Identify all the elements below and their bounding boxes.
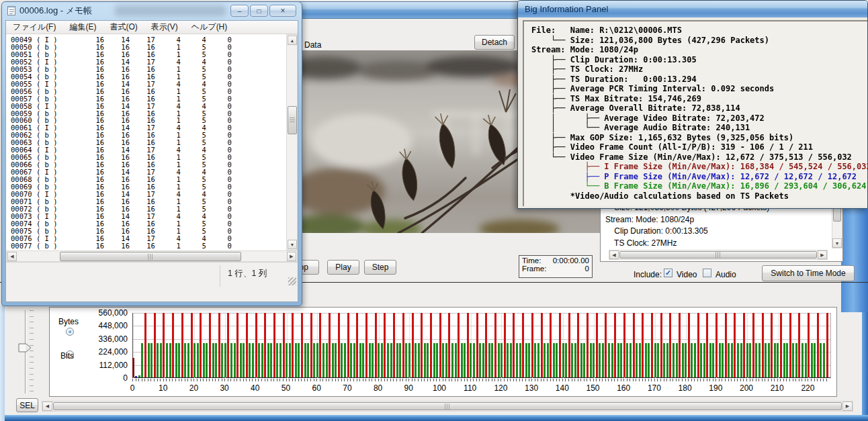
graph-zoom-slider[interactable] [12,308,39,396]
frame-bar-I [301,313,303,377]
frame-bar-B [415,343,417,377]
frame-bar-B [565,343,567,377]
frame-bar-I [715,313,718,377]
graph-hscroll-right[interactable]: ▶ [842,402,853,411]
menu-item-1[interactable]: 編集(E) [62,20,103,34]
y-tick-label: 0 [83,373,128,383]
detach-button[interactable]: Detach [474,35,515,50]
mini-hscroll-thumb[interactable] [619,251,817,259]
frame-bar-B [203,343,205,377]
frame-bar-P [135,376,137,377]
play-button[interactable]: Play [327,260,359,275]
audio-checkbox[interactable] [703,269,711,277]
sel-button[interactable]: SEL [16,398,38,412]
notepad-vscroll-down[interactable]: ▼ [288,240,297,249]
x-tick-label: 150 [582,383,605,393]
notepad-vscrollbar[interactable]: ▲ ▼ [286,34,298,250]
notepad-vscroll-thumb[interactable] [288,106,297,134]
frame-bar-B [722,343,724,377]
frame-bar-I [172,313,174,377]
frame-bar-I [347,313,349,377]
frame-bar-I [132,358,134,377]
info-tree-line: ├── I Frame Size (Min/Ave/Max): 168,384 … [531,162,868,172]
mini-hscrollbar[interactable]: ◀ ▶ [609,250,828,260]
frame-bar-B [811,343,813,377]
notepad-text-area[interactable]: 00049 ( I ) 16 14 17 4 4 0 00050 ( b ) 1… [6,34,286,250]
menu-item-0[interactable]: ファイル(F) [6,20,62,34]
frame-bar-I [384,313,386,377]
frame-bar-I [752,313,754,377]
notepad-vscroll-up[interactable]: ▲ [288,36,297,45]
frame-bar-B [562,343,564,377]
frame-bar-B [295,343,297,377]
frame-bar-B [574,343,576,377]
frame-bar-I [669,313,671,377]
frame-bar-B [326,343,328,377]
frame-bar-B [455,343,457,377]
slider-thumb[interactable] [18,343,32,353]
maximize-icon: □ [257,7,261,15]
frame-bar-B [442,343,444,377]
info-tree-line: ├── Video Frame Count (All-I/P/B): 319 -… [531,142,868,152]
minimize-button[interactable]: – [230,5,249,17]
frame-bar-I [255,313,257,377]
frame-bar-I [531,313,533,377]
frame-bar-B [657,343,659,377]
resize-grip[interactable] [288,277,296,285]
mini-vscroll-down[interactable]: ▼ [832,238,842,248]
frame-bar-B [378,343,380,377]
graph-hscroll-thumb[interactable] [53,402,842,410]
frame-bar-B [666,343,668,377]
frame-bar-I [826,313,828,377]
right-arrow-icon: ▶ [820,252,824,258]
frame-bar-B [369,343,371,377]
info-panel-titlebar: Big Information Panel [518,1,867,17]
x-tick-label: 170 [643,383,666,393]
graph-hscroll-left[interactable]: ◀ [42,402,52,411]
frame-bar-B [768,343,770,377]
notepad-hscroll-left[interactable]: ◀ [7,252,17,261]
frame-bar-B [593,343,595,377]
close-button[interactable]: × [269,5,296,17]
frame-bar-B [795,343,797,377]
frame-bar-I [319,313,321,377]
frame-bar-B [719,343,721,377]
frame-bar-B [556,343,558,377]
notepad-hscroll-right[interactable]: ▶ [287,252,296,261]
mini-hscroll-right[interactable]: ▶ [818,250,827,259]
notepad-hscroll-thumb[interactable] [60,252,241,261]
frame-bar-B [571,343,573,377]
notepad-title: 00006.log - メモ帳 [19,5,92,17]
menu-item-4[interactable]: ヘルプ(H) [185,20,234,34]
frame-bar-I [264,313,266,377]
frame-bar-B [620,343,622,377]
frame-bar-B [267,343,269,377]
step-button[interactable]: Step [364,260,396,275]
switch-to-time-mode-button[interactable]: Switch to Time Mode [762,265,855,281]
menu-item-3[interactable]: 表示(V) [144,20,185,34]
frame-bar-B [488,343,490,377]
frame-bar-B [685,343,687,377]
frame-bar-I [651,313,653,377]
frame-bar-B [427,343,429,377]
menu-item-2[interactable]: 書式(O) [103,20,144,34]
frame-bar-B [746,343,748,377]
mini-hscroll-left[interactable]: ◀ [609,250,619,259]
info-tree-line: File: Name: R:\0212\00006.MTS [531,26,868,36]
graph-hscrollbar[interactable]: ◀ ▶ [42,401,853,412]
frame-bar-B [654,343,656,377]
time-frame-box: Time: 0:00:00.00 Frame: 0 [519,255,593,278]
bytes-radio[interactable] [66,328,74,336]
video-checkbox[interactable]: ✓ [664,269,672,277]
frame-bar-B [731,343,733,377]
frame-bar-I [660,313,662,377]
frame-bar-I [541,313,543,377]
notepad-hscrollbar[interactable]: ◀ ▶ [6,250,298,262]
frame-bar-I [365,313,367,377]
maximize-button[interactable]: □ [250,5,268,17]
info-tree-line: ├── P Frame Size (Min/Ave/Max): 12,672 /… [531,172,868,182]
frame-bar-B [516,343,518,377]
frame-bar-B [240,343,242,377]
window-frame-blue-edge [862,312,868,421]
window-frame-left [0,306,5,421]
